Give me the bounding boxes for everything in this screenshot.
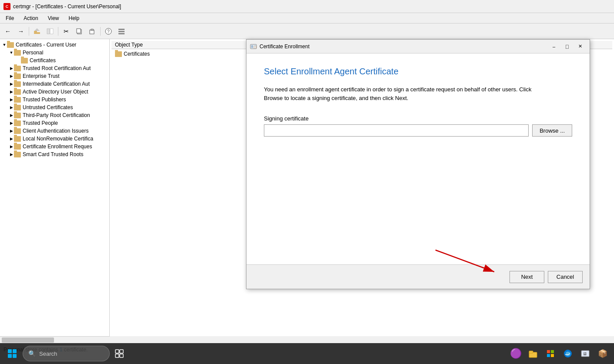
tree-personal-label: Personal xyxy=(23,50,43,56)
tree-tpeople-folder-icon xyxy=(14,120,21,126)
taskbar-teams-icon[interactable]: 🟣 xyxy=(508,346,523,361)
signing-cert-group: Signing certificate Browse ... xyxy=(264,115,572,137)
toolbar-copy[interactable] xyxy=(73,25,85,37)
tree-intermediate-folder-icon xyxy=(14,81,21,87)
tree-certenroll-label: Certificate Enrollment Reques xyxy=(23,144,92,150)
signing-cert-input[interactable] xyxy=(264,124,529,137)
tree-item-intermediate[interactable]: ▶ Intermediate Certification Aut xyxy=(0,80,109,88)
svg-text:📋: 📋 xyxy=(253,45,257,49)
tree-item-certificates[interactable]: Certificates xyxy=(0,57,109,64)
tree-item-client-auth[interactable]: ▶ Client Authentication Issuers xyxy=(0,127,109,135)
tree-clientauth-expand[interactable]: ▶ xyxy=(9,128,14,134)
tree-item-local-nonremovable[interactable]: ▶ Local NonRemovable Certifica xyxy=(0,135,109,143)
start-button[interactable] xyxy=(3,345,21,362)
toolbar-up[interactable] xyxy=(31,25,43,37)
tree-root[interactable]: ▼ Certificates - Current User xyxy=(0,41,109,49)
taskbar-app-icon[interactable]: 📦 xyxy=(595,346,611,361)
taskbar-right: 🟣 🖥 📦 xyxy=(508,346,611,361)
taskbar-certmgr-icon[interactable]: 🖥 xyxy=(577,346,593,361)
menu-view[interactable]: View xyxy=(44,14,63,23)
toolbar-show-hide[interactable] xyxy=(44,25,56,37)
signing-cert-row: Browse ... xyxy=(264,124,572,137)
taskbar-store-icon[interactable] xyxy=(543,346,558,361)
tree-item-active-directory[interactable]: ▶ Active Directory User Object xyxy=(0,88,109,96)
tree-tp-expand[interactable]: ▶ xyxy=(9,97,14,102)
svg-rect-1 xyxy=(34,31,37,32)
search-icon: 🔍 xyxy=(28,350,36,357)
menu-file[interactable]: File xyxy=(2,14,18,23)
svg-text:?: ? xyxy=(107,29,110,34)
tree-intermediate-expand[interactable]: ▶ xyxy=(9,81,14,87)
dialog-footer: Next Cancel xyxy=(246,264,590,289)
tree-trusted-root-label: Trusted Root Certification Aut xyxy=(23,65,91,71)
taskbar-explorer-icon[interactable] xyxy=(525,346,541,361)
svg-rect-11 xyxy=(118,29,125,30)
browse-button[interactable]: Browse ... xyxy=(532,124,572,137)
horizontal-scrollbar[interactable] xyxy=(0,336,110,343)
svg-rect-27 xyxy=(547,354,550,357)
dialog-heading: Select Enrollment Agent Certificate xyxy=(264,67,572,77)
toolbar-view[interactable] xyxy=(115,25,128,37)
tree-thirdparty-expand[interactable]: ▶ xyxy=(9,113,14,118)
tree-item-cert-enrollment[interactable]: ▶ Certificate Enrollment Reques xyxy=(0,143,109,150)
tree-item-trusted-root[interactable]: ▶ Trusted Root Certification Aut xyxy=(0,64,109,72)
tree-item-personal[interactable]: ▼ Personal xyxy=(0,49,109,57)
tree-item-untrusted[interactable]: ▶ Untrusted Certificates xyxy=(0,104,109,111)
next-button[interactable]: Next xyxy=(509,271,544,283)
tree-item-trusted-publishers[interactable]: ▶ Trusted Publishers xyxy=(0,96,109,104)
svg-rect-28 xyxy=(551,354,554,357)
tree-item-third-party[interactable]: ▶ Third-Party Root Certification xyxy=(0,111,109,119)
toolbar: ← → ✂ ? xyxy=(0,23,614,39)
tree-smartcard-folder-icon xyxy=(14,152,21,157)
tree-ad-label: Active Directory User Object xyxy=(23,89,88,95)
tree-ad-expand[interactable]: ▶ xyxy=(9,89,14,94)
win-logo-q3 xyxy=(8,354,12,358)
title-bar: C certmgr - [Certificates - Current User… xyxy=(0,0,614,13)
taskbar-edge-icon[interactable] xyxy=(560,346,576,361)
menu-help[interactable]: Help xyxy=(65,14,84,23)
task-view-button[interactable] xyxy=(111,346,127,361)
tree-trusted-root-expand[interactable]: ▶ xyxy=(9,66,14,71)
cancel-button[interactable]: Cancel xyxy=(548,271,583,283)
tree-item-enterprise-trust[interactable]: ▶ Enterprise Trust xyxy=(0,72,109,80)
tree-certenroll-expand[interactable]: ▶ xyxy=(9,144,14,149)
toolbar-paste[interactable] xyxy=(86,25,98,37)
dialog-close-button[interactable]: ✕ xyxy=(574,41,586,52)
tree-item-smart-card[interactable]: ▶ Smart Card Trusted Roots xyxy=(0,150,109,158)
tree-smartcard-expand[interactable]: ▶ xyxy=(9,152,14,157)
dialog-minimize-button[interactable]: – xyxy=(548,41,560,52)
taskbar: 🔍 Search 🟣 🖥 📦 xyxy=(0,343,614,364)
tree-enterprise-folder-icon xyxy=(14,73,21,79)
svg-rect-22 xyxy=(120,354,123,357)
tree-enterprise-label: Enterprise Trust xyxy=(23,73,60,79)
toolbar-back[interactable]: ← xyxy=(2,25,14,37)
dialog-maximize-button[interactable]: ⎕ xyxy=(561,41,573,52)
tree-item-trusted-people[interactable]: ▶ Trusted People xyxy=(0,119,109,127)
tree-root-expand[interactable]: ▼ xyxy=(2,42,7,47)
toolbar-cut[interactable]: ✂ xyxy=(60,25,72,37)
tree-localnr-expand[interactable]: ▶ xyxy=(9,136,14,141)
menu-action[interactable]: Action xyxy=(20,14,42,23)
tree-tpeople-expand[interactable]: ▶ xyxy=(9,120,14,126)
tree-certs-label: Certificates xyxy=(30,57,56,63)
dialog-icon: 📋 xyxy=(250,43,257,50)
tree-clientauth-folder-icon xyxy=(14,128,21,134)
dialog-title-text: Certificate Enrollment xyxy=(260,43,548,50)
tree-thirdparty-label: Third-Party Root Certification xyxy=(23,112,90,118)
tree-root-folder-icon xyxy=(7,42,14,48)
toolbar-help[interactable]: ? xyxy=(102,25,115,37)
dialog-controls: – ⎕ ✕ xyxy=(548,41,586,52)
toolbar-sep-3 xyxy=(100,27,101,36)
tree-untrusted-expand[interactable]: ▶ xyxy=(9,105,14,110)
tree-personal-expand[interactable]: ▼ xyxy=(9,50,14,55)
search-label: Search xyxy=(39,351,57,357)
scroll-thumb[interactable] xyxy=(2,337,54,343)
tree-panel: ▼ Certificates - Current User ▼ Personal… xyxy=(0,39,110,336)
taskbar-search-box[interactable]: 🔍 Search xyxy=(23,346,110,361)
toolbar-forward[interactable]: → xyxy=(15,25,27,37)
win-logo-q1 xyxy=(8,349,12,353)
menu-bar: File Action View Help xyxy=(0,13,614,23)
tree-ad-folder-icon xyxy=(14,89,21,95)
dialog-title-bar: 📋 Certificate Enrollment – ⎕ ✕ xyxy=(246,40,590,53)
tree-enterprise-expand[interactable]: ▶ xyxy=(9,73,14,79)
